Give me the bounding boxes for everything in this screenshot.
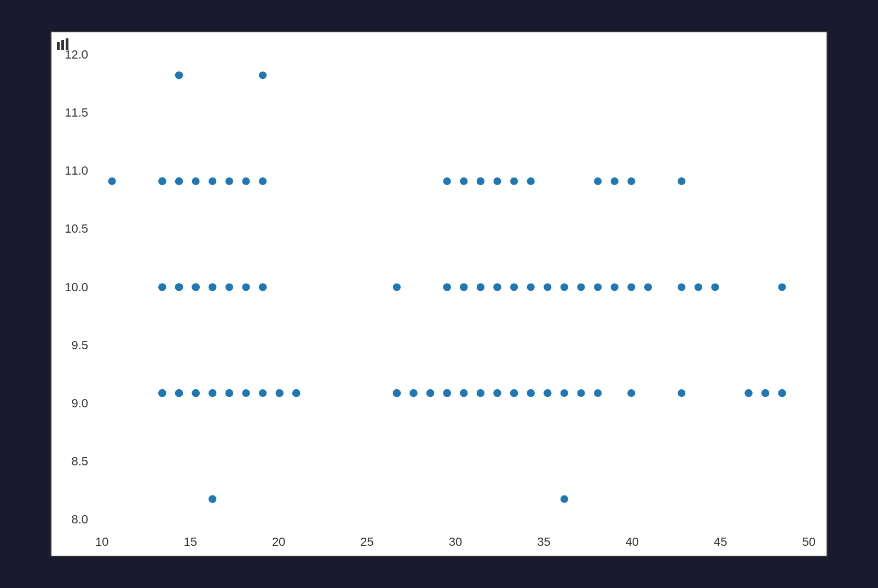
chart-container: 12.0 11.5 11.0 10.5 10.0 9.5 9.0 8.5 8.0… xyxy=(50,31,828,557)
svg-point-76 xyxy=(477,283,484,291)
svg-point-10 xyxy=(158,389,166,397)
svg-point-102 xyxy=(594,389,602,397)
svg-point-111 xyxy=(678,389,685,397)
svg-point-103 xyxy=(611,177,619,185)
svg-point-104 xyxy=(611,283,619,291)
svg-point-31 xyxy=(209,283,216,291)
svg-point-85 xyxy=(510,283,518,291)
svg-point-12 xyxy=(175,71,183,79)
svg-point-118 xyxy=(778,283,786,291)
x-label-30: 30 xyxy=(449,535,462,549)
y-axis-labels: 12.0 11.5 11.0 10.5 10.0 9.5 9.0 8.5 8.0 xyxy=(51,49,93,526)
svg-point-48 xyxy=(259,389,267,397)
scatter-plot xyxy=(95,49,816,526)
svg-point-78 xyxy=(477,389,484,397)
svg-point-70 xyxy=(460,283,467,291)
svg-point-113 xyxy=(711,283,719,291)
x-label-35: 35 xyxy=(537,535,550,549)
svg-point-14 xyxy=(175,177,183,185)
svg-point-7 xyxy=(158,283,166,291)
y-label-11: 11.0 xyxy=(65,165,88,177)
svg-point-54 xyxy=(393,283,401,291)
svg-point-18 xyxy=(175,283,183,291)
x-label-25: 25 xyxy=(360,535,373,549)
svg-point-47 xyxy=(259,283,267,291)
svg-point-33 xyxy=(209,389,216,397)
svg-point-68 xyxy=(460,177,467,185)
svg-point-21 xyxy=(175,389,183,397)
svg-point-37 xyxy=(226,283,233,291)
svg-point-28 xyxy=(192,389,200,397)
svg-point-94 xyxy=(544,389,551,397)
svg-point-101 xyxy=(594,283,602,291)
x-label-20: 20 xyxy=(272,535,285,549)
y-label-12: 12.0 xyxy=(65,49,88,61)
svg-point-53 xyxy=(292,389,300,397)
svg-point-83 xyxy=(493,389,501,397)
svg-point-100 xyxy=(594,177,602,185)
svg-point-95 xyxy=(561,283,568,291)
y-label-9.5: 9.5 xyxy=(71,339,88,351)
svg-point-84 xyxy=(510,177,518,185)
svg-point-108 xyxy=(644,283,652,291)
svg-point-29 xyxy=(209,177,216,185)
svg-point-89 xyxy=(527,283,535,291)
svg-point-50 xyxy=(276,389,284,397)
svg-point-115 xyxy=(744,389,752,397)
x-label-15: 15 xyxy=(183,535,197,549)
y-label-10.5: 10.5 xyxy=(65,223,88,235)
svg-point-25 xyxy=(192,283,200,291)
plot-area xyxy=(95,49,816,526)
svg-point-81 xyxy=(493,283,501,291)
svg-point-110 xyxy=(678,283,685,291)
svg-point-57 xyxy=(393,389,401,397)
svg-point-91 xyxy=(527,389,535,397)
svg-point-107 xyxy=(627,389,635,397)
svg-point-22 xyxy=(192,177,200,185)
svg-point-42 xyxy=(242,283,250,291)
svg-point-99 xyxy=(577,389,585,397)
svg-point-79 xyxy=(493,177,501,185)
svg-point-72 xyxy=(460,389,467,397)
svg-point-87 xyxy=(510,389,518,397)
svg-point-59 xyxy=(409,389,417,397)
svg-point-105 xyxy=(627,177,635,185)
y-label-9: 9.0 xyxy=(71,397,88,410)
svg-point-45 xyxy=(259,177,267,185)
svg-point-44 xyxy=(259,71,267,79)
y-label-10: 10.0 xyxy=(65,281,88,293)
y-label-8.5: 8.5 xyxy=(71,456,88,468)
x-label-50: 50 xyxy=(802,535,816,549)
svg-point-117 xyxy=(761,389,769,397)
svg-point-5 xyxy=(158,177,166,185)
x-label-10: 10 xyxy=(95,535,108,549)
svg-point-3 xyxy=(108,177,116,185)
svg-point-109 xyxy=(678,177,685,185)
svg-point-61 xyxy=(426,389,434,397)
svg-point-36 xyxy=(226,177,233,185)
svg-point-96 xyxy=(561,389,568,397)
svg-point-41 xyxy=(242,177,250,185)
svg-point-92 xyxy=(544,283,551,291)
svg-point-97 xyxy=(561,495,568,503)
x-axis-labels: 10 15 20 25 30 35 40 45 50 xyxy=(95,531,816,553)
svg-point-67 xyxy=(443,389,451,397)
svg-point-98 xyxy=(577,283,585,291)
svg-point-88 xyxy=(527,177,535,185)
y-label-8: 8.0 xyxy=(71,514,88,526)
svg-point-112 xyxy=(695,283,702,291)
svg-point-106 xyxy=(627,283,635,291)
svg-point-40 xyxy=(226,389,233,397)
x-label-45: 45 xyxy=(714,535,727,549)
svg-point-35 xyxy=(209,495,216,503)
svg-point-62 xyxy=(443,177,451,185)
svg-point-120 xyxy=(778,389,786,397)
y-label-11.5: 11.5 xyxy=(65,107,88,119)
x-label-40: 40 xyxy=(626,535,639,549)
svg-point-74 xyxy=(477,177,484,185)
svg-point-43 xyxy=(242,389,250,397)
svg-point-64 xyxy=(443,283,451,291)
